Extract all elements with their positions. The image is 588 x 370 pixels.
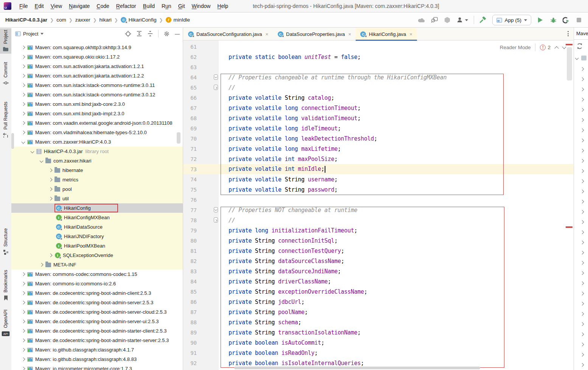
- fold-marker-icon[interactable]: [214, 207, 218, 212]
- tree-item-HikariJNDIFactory[interactable]: CHikariJNDIFactory: [11, 232, 183, 241]
- code-line-64[interactable]: 64// Properties changeable at runtime th…: [183, 72, 573, 82]
- error-stripe-mark-1[interactable]: [566, 44, 572, 45]
- code-line-86[interactable]: 86private String jdbcUrl;: [183, 297, 573, 307]
- maven-tree-row[interactable]: [574, 197, 588, 207]
- tree-item-Maven-com.sun.xml.bind-jaxb-impl-2.3.0[interactable]: Maven: com.sun.xml.bind:jaxb-impl:2.3.0: [11, 109, 183, 118]
- next-error-icon[interactable]: [562, 45, 566, 49]
- tree-item-Maven-de.codecentric-spring-boot-admin-starter-server-2.5.3[interactable]: Maven: de.codecentric:spring-boot-admin-…: [11, 336, 183, 345]
- code-line-74[interactable]: 74private volatile String username;: [183, 174, 573, 184]
- chevron-right-icon[interactable]: [22, 55, 25, 59]
- maven-tree-row[interactable]: [574, 360, 588, 370]
- menu-item-code[interactable]: Code: [93, 0, 112, 12]
- chevron-right-icon[interactable]: [22, 74, 25, 78]
- maven-tree-row[interactable]: [574, 125, 588, 135]
- maven-tree-row[interactable]: [574, 115, 588, 125]
- code-line-89[interactable]: 89private String transactionIsolationNam…: [183, 327, 573, 337]
- maven-tree-row[interactable]: [574, 84, 588, 94]
- tree-item-util[interactable]: util: [11, 194, 183, 203]
- chevron-right-icon[interactable]: [22, 112, 25, 116]
- chevron-right-icon[interactable]: [22, 102, 25, 106]
- maven-tree-row[interactable]: [574, 258, 588, 268]
- menu-item-build[interactable]: Build: [140, 0, 158, 12]
- maven-tree-row[interactable]: [574, 135, 588, 146]
- tree-item-HikariCP-4.0.3.jar[interactable]: HikariCP-4.0.3.jarlibrary root: [11, 147, 183, 156]
- code-line-84[interactable]: 84private String driverClassName;: [183, 276, 573, 286]
- tool-stripe-button-structure[interactable]: Structure: [0, 227, 11, 257]
- code-line-75[interactable]: 75private volatile String password;: [183, 184, 573, 195]
- coverage-icon[interactable]: [562, 16, 570, 24]
- tree-item-Maven-de.codecentric-spring-boot-admin-server-ui-2.5.3[interactable]: Maven: de.codecentric:spring-boot-admin-…: [11, 317, 183, 326]
- code-line-71[interactable]: 71private volatile long maxLifetime;: [183, 144, 573, 154]
- code-line-88[interactable]: 88private String schema;: [183, 317, 573, 327]
- chevron-right-icon[interactable]: [22, 329, 25, 333]
- tree-item-pool[interactable]: pool: [11, 184, 183, 194]
- maven-root-row[interactable]: [576, 56, 586, 60]
- settings-icon[interactable]: [163, 31, 170, 37]
- code-line-70[interactable]: 70private volatile long leakDetectionThr…: [183, 133, 573, 144]
- tree-item-Maven-de.codecentric-spring-boot-admin-starter-client-2.5.3[interactable]: Maven: de.codecentric:spring-boot-admin-…: [11, 326, 183, 336]
- breadcrumb-item-HikariCP-4.0.3.jar[interactable]: HikariCP-4.0.3.jar: [5, 17, 47, 23]
- menu-item-view[interactable]: View: [47, 0, 65, 12]
- maven-tree-row[interactable]: [574, 186, 588, 197]
- chevron-down-icon[interactable]: [22, 140, 25, 144]
- maven-tree-row[interactable]: [574, 237, 588, 248]
- chevron-right-icon[interactable]: [22, 358, 25, 361]
- chevron-down-icon[interactable]: [31, 150, 34, 153]
- chevron-right-icon[interactable]: [22, 84, 25, 87]
- tree-item-com.zaxxer.hikari[interactable]: com.zaxxer.hikari: [11, 156, 183, 166]
- tree-item-HikariPoolMXBean[interactable]: IHikariPoolMXBean: [11, 241, 183, 251]
- tab-options-icon[interactable]: [568, 31, 569, 36]
- chevron-right-icon[interactable]: [22, 291, 25, 295]
- menu-item-navigate[interactable]: Navigate: [65, 0, 93, 12]
- chevron-right-icon[interactable]: [22, 121, 25, 125]
- code-line-72[interactable]: 72private volatile int maxPoolSize;: [183, 154, 573, 164]
- maven-tree-row[interactable]: [574, 207, 588, 217]
- menu-item-refactor[interactable]: Refactor: [113, 0, 140, 12]
- maven-tree-row[interactable]: [574, 156, 588, 166]
- fold-marker-icon[interactable]: [214, 217, 218, 223]
- tree-item-Maven-io.micrometer-micrometer-core-1.7.3[interactable]: Maven: io.micrometer:micrometer-core:1.7…: [11, 364, 183, 370]
- code-line-90[interactable]: 90private boolean isAutoCommit;: [183, 337, 573, 348]
- tool-stripe-button-bookmarks[interactable]: Bookmarks: [0, 268, 11, 303]
- code-line-68[interactable]: 68private volatile long validationTimeou…: [183, 113, 573, 123]
- stop-icon[interactable]: [575, 16, 583, 24]
- code-line-69[interactable]: 69private volatile long idleTimeout;: [183, 123, 573, 133]
- code-line-79[interactable]: 79private long initializationFailTimeout…: [183, 225, 573, 235]
- chevron-right-icon[interactable]: [22, 93, 25, 97]
- code-line-76[interactable]: 76: [183, 195, 573, 205]
- expand-all-icon[interactable]: [136, 31, 142, 37]
- refresh-icon[interactable]: [576, 43, 588, 50]
- project-panel-title[interactable]: Project: [23, 31, 38, 37]
- tree-item-HikariConfig[interactable]: CHikariConfig: [11, 203, 183, 213]
- editor-vertical-scrollbar[interactable]: [567, 47, 572, 81]
- menu-item-edit[interactable]: Edit: [31, 0, 47, 12]
- hexagon-icon[interactable]: [443, 16, 451, 24]
- tab-DataSourceConfiguration.java[interactable]: CDataSourceConfiguration.java×: [183, 28, 273, 40]
- code-editor[interactable]: 6162private static boolean unitTest = fa…: [183, 40, 573, 370]
- code-line-65[interactable]: 65//: [183, 82, 573, 93]
- chevron-right-icon[interactable]: [22, 282, 25, 286]
- debug-icon[interactable]: [549, 16, 557, 24]
- tree-scrollbar[interactable]: [177, 132, 180, 144]
- maven-tree-row[interactable]: [574, 329, 588, 339]
- code-line-63[interactable]: 63: [183, 62, 573, 72]
- chevron-right-icon[interactable]: [40, 263, 44, 267]
- tree-item-Maven-io.github.classgraph-classgraph-4.1.7[interactable]: Maven: io.github.classgraph:classgraph:4…: [11, 345, 183, 355]
- code-line-66[interactable]: 66private volatile String catalog;: [183, 93, 573, 103]
- chevron-right-icon[interactable]: [49, 187, 53, 191]
- hammer-icon[interactable]: [479, 16, 487, 24]
- breadcrumb-item-HikariConfig[interactable]: CHikariConfig: [121, 17, 157, 23]
- chevron-right-icon[interactable]: [22, 310, 25, 314]
- tree-item-Maven-com.sun.activation-jakarta.activation-1.2.2[interactable]: Maven: com.sun.activation:jakarta.activa…: [11, 71, 183, 81]
- error-badge[interactable]: ! 2: [540, 45, 551, 50]
- tree-item-Maven-io.github.classgraph-classgraph-4.8.83[interactable]: Maven: io.github.classgraph:classgraph:4…: [11, 355, 183, 364]
- code-line-91[interactable]: 91private boolean isReadOnly;: [183, 348, 573, 358]
- code-line-62[interactable]: 62private static boolean unitTest = fals…: [183, 52, 573, 62]
- project-view-dropdown-icon[interactable]: [40, 33, 44, 35]
- tree-item-metrics[interactable]: metrics: [11, 175, 183, 184]
- code-line-80[interactable]: 80private String connectionInitSql;: [183, 235, 573, 246]
- maven-tree-row[interactable]: [574, 64, 588, 74]
- code-line-85[interactable]: 85private String exceptionOverrideClassN…: [183, 286, 573, 297]
- tree-item-Maven-com.squareup.okio-okio-1.17.2[interactable]: Maven: com.squareup.okio:okio:1.17.2: [11, 52, 183, 62]
- tab-close-icon[interactable]: ×: [409, 31, 412, 37]
